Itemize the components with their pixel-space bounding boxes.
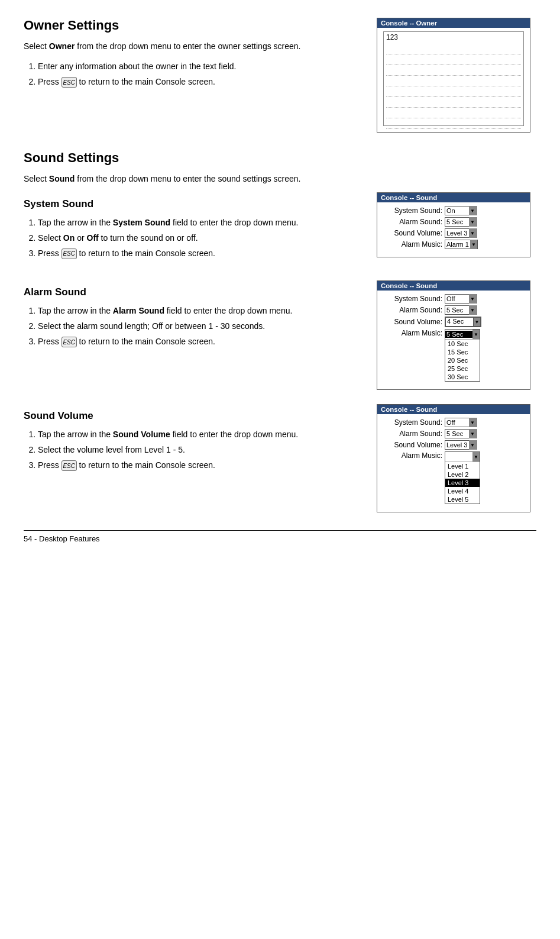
- sv-row-4: Alarm Music: ▼ Level 1 Level 2 Level 3 L…: [383, 451, 524, 504]
- sv-alarm-music-open-dropdown: ▼ Level 1 Level 2 Level 3 Level 4 Level …: [445, 451, 480, 504]
- alarm-music-dropdown-header: 5 Sec ▼: [445, 330, 480, 340]
- dotted-line-6: [386, 97, 521, 108]
- sound-volume-steps: Tap the arrow in the Sound Volume field …: [38, 428, 365, 472]
- sv-row-1: System Sound: Off ▼: [383, 418, 524, 427]
- owner-title: Owner Settings: [24, 18, 365, 33]
- alarm-ss-label-4: Alarm Music:: [383, 329, 442, 337]
- sound-volume-block: Sound Volume Tap the arrow in the Sound …: [24, 404, 536, 512]
- sv-value-1: Off: [445, 419, 469, 426]
- alarm-ss-value-2: 5 Sec: [445, 306, 469, 314]
- dotted-line-4: [386, 76, 521, 86]
- system-sound-text: System Sound Tap the arrow in the System…: [24, 192, 365, 266]
- esc-icon-4: ESC: [63, 461, 75, 471]
- alarm-ss-row-1: System Sound: Off ▼: [383, 294, 524, 304]
- sv-label-1: System Sound:: [383, 418, 442, 427]
- owner-lines: [386, 44, 521, 129]
- alarm-ss-arrow-1[interactable]: ▼: [469, 294, 476, 304]
- esc-button-system: ESC: [61, 249, 77, 259]
- alarm-ss-label-2: Alarm Sound:: [383, 306, 442, 314]
- sv-value-3: Level 3: [445, 441, 469, 448]
- alarm-sound-label-1: Alarm Sound:: [383, 218, 442, 226]
- alarm-ss-vol-arrow[interactable]: ▼: [474, 317, 481, 327]
- esc-button-volume: ESC: [61, 460, 77, 471]
- sound-intro: Select Sound from the drop down menu to …: [24, 173, 536, 185]
- alarm-dropdown-item-5[interactable]: 30 Sec: [445, 373, 480, 381]
- sv-level-1[interactable]: Level 1: [445, 462, 480, 470]
- alarm-music-dropdown-1[interactable]: Alarm 1 ▼: [445, 240, 478, 249]
- dotted-line-3: [386, 65, 521, 76]
- owner-steps: Enter any information about the owner in…: [38, 60, 365, 89]
- alarm-ss-row-4: Alarm Music: 5 Sec ▼ 10 Sec 15 Sec 20 Se…: [383, 329, 524, 382]
- system-sound-dropdown[interactable]: On ▼: [445, 206, 477, 215]
- sv-dropdown-1[interactable]: Off ▼: [445, 418, 477, 427]
- alarm-ss-label-1: System Sound:: [383, 295, 442, 303]
- sv-dropdown-3[interactable]: Level 3 ▼: [445, 440, 477, 450]
- alarm-dropdown-item-3[interactable]: 20 Sec: [445, 356, 480, 364]
- alarm-ss-dropdown-1[interactable]: Off ▼: [445, 294, 477, 304]
- sv-level-5[interactable]: Level 5: [445, 495, 480, 504]
- system-sound-step-1: Tap the arrow in the System Sound field …: [38, 216, 365, 230]
- owner-console-col: Console -- Owner 123: [377, 18, 536, 133]
- alarm-ss-dropdown-2[interactable]: 5 Sec ▼: [445, 305, 477, 315]
- sv-arrow-3[interactable]: ▼: [469, 440, 476, 450]
- alarm-dropdown-item-2[interactable]: 15 Sec: [445, 348, 480, 356]
- alarm-sound-console-col: Console -- Sound System Sound: Off ▼ Ala…: [377, 280, 536, 390]
- owner-text-col: Owner Settings Select Owner from the dro…: [24, 18, 365, 95]
- alarm-sound-subtitle: Alarm Sound: [24, 286, 365, 298]
- alarm-music-value-1: Alarm 1: [445, 241, 470, 248]
- esc-icon-2: ESC: [63, 249, 75, 259]
- sv-level-2[interactable]: Level 2: [445, 470, 480, 479]
- dotted-line-8: [386, 118, 521, 129]
- sound-volume-label-1: Sound Volume:: [383, 229, 442, 237]
- owner-console-box: Console -- Owner 123: [377, 18, 530, 133]
- sound-settings-section: Sound Settings Select Sound from the dro…: [24, 150, 536, 512]
- sv-alarm-music-arrow[interactable]: ▼: [472, 452, 480, 462]
- alarm-sound-dropdown-1[interactable]: 5 Sec ▼: [445, 217, 477, 227]
- alarm-ss-dropdown-header: 4 Sec ▼: [445, 317, 481, 327]
- alarm-music-selected: 5 Sec: [445, 331, 472, 338]
- sv-arrow-1[interactable]: ▼: [469, 418, 476, 427]
- sound-volume-arrow-1[interactable]: ▼: [469, 228, 476, 238]
- sound-volume-text: Sound Volume Tap the arrow in the Sound …: [24, 404, 365, 478]
- owner-console-titlebar: Console -- Owner: [377, 18, 530, 28]
- system-sound-steps: Tap the arrow in the System Sound field …: [38, 216, 365, 260]
- alarm-ss-arrow-2[interactable]: ▼: [469, 305, 476, 315]
- alarm-sound-value-1: 5 Sec: [445, 218, 469, 225]
- sv-level-4[interactable]: Level 4: [445, 487, 480, 495]
- alarm-dropdown-item-1[interactable]: 10 Sec: [445, 340, 480, 348]
- system-sound-arrow[interactable]: ▼: [469, 206, 476, 215]
- alarm-music-arrow-1[interactable]: ▼: [470, 240, 477, 249]
- esc-icon: ESC: [63, 78, 75, 88]
- owner-console-body: 123: [377, 28, 530, 132]
- alarm-ss-dropdown-open: 4 Sec ▼: [445, 317, 481, 327]
- alarm-music-label-1: Alarm Music:: [383, 240, 442, 249]
- alarm-sound-arrow-1[interactable]: ▼: [469, 217, 476, 227]
- sound-volume-console-box: Console -- Sound System Sound: Off ▼ Ala…: [377, 404, 530, 512]
- sv-alarm-music-label: Alarm Music:: [383, 451, 442, 460]
- sv-value-2: 5 Sec: [445, 430, 469, 437]
- sv-label-3: Sound Volume:: [383, 441, 442, 449]
- esc-button-alarm: ESC: [61, 337, 77, 347]
- sv-level-3[interactable]: Level 3: [445, 479, 480, 487]
- sound-volume-dropdown-1[interactable]: Level 3 ▼: [445, 228, 477, 238]
- sv-alarm-music-header: ▼: [445, 452, 480, 462]
- sv-dropdown-2[interactable]: 5 Sec ▼: [445, 429, 477, 438]
- sv-label-2: Alarm Sound:: [383, 430, 442, 438]
- system-sound-row-4: Alarm Music: Alarm 1 ▼: [383, 240, 524, 249]
- footer: 54 - Desktop Features: [24, 530, 536, 543]
- sv-arrow-2[interactable]: ▼: [469, 429, 476, 438]
- system-sound-console-box: Console -- Sound System Sound: On ▼ Alar…: [377, 192, 530, 257]
- alarm-music-open-arrow[interactable]: ▼: [472, 330, 480, 339]
- owner-settings-section: Owner Settings Select Owner from the dro…: [24, 18, 536, 133]
- alarm-sound-step-2: Select the alarm sound length; Off or be…: [38, 320, 365, 334]
- alarm-sound-console-body: System Sound: Off ▼ Alarm Sound: 5 Sec ▼: [377, 291, 530, 389]
- alarm-dropdown-item-4[interactable]: 25 Sec: [445, 364, 480, 373]
- alarm-sound-block: Alarm Sound Tap the arrow in the Alarm S…: [24, 280, 536, 390]
- owner-text-area[interactable]: 123: [383, 31, 524, 126]
- owner-value: 123: [386, 33, 521, 41]
- system-sound-console-col: Console -- Sound System Sound: On ▼ Alar…: [377, 192, 536, 257]
- system-sound-row-2: Alarm Sound: 5 Sec ▼: [383, 217, 524, 227]
- sound-volume-step-3: Press ESC to return to the main Console …: [38, 459, 365, 473]
- system-sound-step-2: Select On or Off to turn the sound on or…: [38, 231, 365, 246]
- system-sound-label-1: System Sound:: [383, 206, 442, 215]
